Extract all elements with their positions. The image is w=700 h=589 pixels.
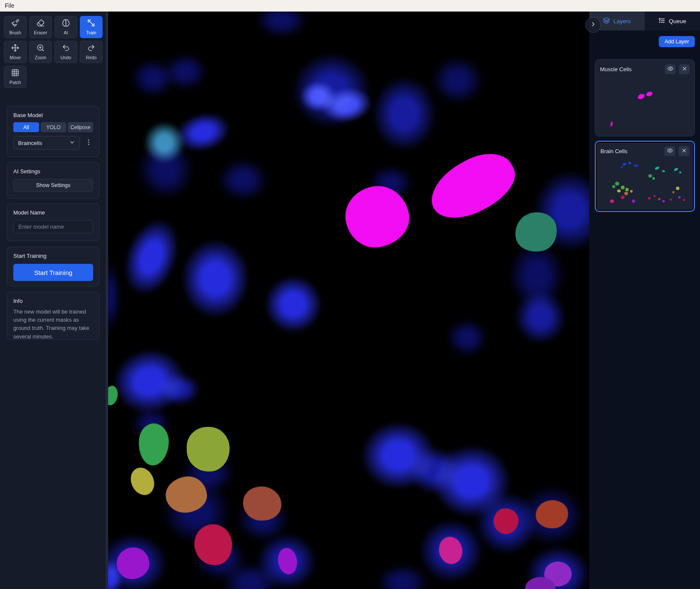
start-training-title: Start Training [13, 253, 93, 259]
layer-thumbnail [600, 159, 689, 207]
undo-icon [62, 44, 70, 54]
layers-icon [603, 17, 610, 25]
eye-icon [667, 66, 673, 73]
cell-nucleus [377, 565, 428, 589]
redo-button[interactable]: Redo [80, 41, 103, 63]
thumbnail-blob [630, 190, 633, 193]
thumbnail-blob [621, 196, 624, 199]
start-training-section: Start Training Start Training [7, 247, 100, 287]
layer-card-brain-cells[interactable]: Brain Cells [595, 141, 695, 212]
ai-settings-section: AI Settings Show Settings [7, 162, 100, 199]
thumbnail-blob [625, 188, 629, 191]
eraser-tool-button[interactable]: Eraser [29, 16, 52, 38]
tab-queue[interactable]: Queue [645, 12, 700, 30]
thumbnail-blob [637, 93, 645, 100]
thumbnail-blob [658, 198, 661, 200]
layer-title: Muscle Cells [600, 66, 661, 72]
start-training-button[interactable]: Start Training [13, 264, 93, 281]
chevron-down-icon [69, 139, 75, 147]
base-model-filter: All YOLO Cellpose [13, 122, 93, 132]
thumbnail-blob [628, 162, 631, 164]
cell-nucleus [138, 139, 194, 199]
thumbnail-blob [670, 199, 672, 201]
thumbnail-blob [676, 187, 679, 190]
brush-tool-button[interactable]: Brush [4, 16, 27, 38]
collapse-panel-button[interactable] [585, 17, 601, 33]
thumbnail-blob [683, 199, 685, 201]
undo-button[interactable]: Undo [55, 41, 77, 63]
cell-nucleus [409, 447, 460, 494]
file-menu[interactable]: File [0, 0, 19, 11]
thumbnail-blob [678, 196, 681, 199]
model-options-menu-button[interactable] [84, 137, 93, 148]
cell-nucleus [372, 76, 436, 151]
move-tool-button[interactable]: Move [4, 41, 27, 63]
thumbnail-blob [652, 177, 655, 180]
thumbnail-blob [672, 191, 674, 193]
thumbnail-blob [621, 166, 623, 169]
layer-visibility-button[interactable] [665, 64, 676, 74]
close-icon [682, 66, 688, 73]
layer-delete-button[interactable] [679, 64, 690, 74]
redo-icon [87, 44, 95, 54]
layer-thumbnail [600, 77, 690, 132]
filter-cellpose-button[interactable]: Cellpose [68, 122, 93, 132]
tool-grid: Brush Eraser AI Train Move Zoom [4, 16, 103, 88]
right-panel: Layers Queue Add Layer Muscle Cells [589, 12, 700, 589]
layer-visibility-button[interactable] [664, 146, 675, 156]
cell-nucleus [218, 159, 268, 200]
thumbnail-blob [621, 186, 624, 190]
dumbbell-icon [87, 19, 95, 29]
thumbnail-blob [679, 172, 682, 174]
move-icon [11, 44, 19, 54]
thumbnail-blob [610, 199, 614, 203]
ai-tool-button[interactable]: AI [55, 16, 77, 38]
panel-tabbar: Layers Queue [589, 12, 700, 30]
filter-all-button[interactable]: All [13, 122, 39, 132]
model-name-input[interactable] [13, 220, 93, 233]
eye-icon [667, 148, 673, 155]
app-root: File Brush Eraser AI Train Move [0, 0, 700, 589]
add-layer-button[interactable]: Add Layer [659, 36, 695, 47]
thumbnail-blob [617, 190, 621, 193]
cell-nucleus [432, 57, 483, 104]
thumbnail-blob [622, 163, 627, 166]
thumbnail-blob [624, 192, 628, 195]
image-canvas[interactable] [106, 12, 589, 589]
filter-yolo-button[interactable]: YOLO [41, 122, 66, 132]
base-model-section: Base Model All YOLO Cellpose Braincells [7, 106, 100, 157]
base-model-title: Base Model [13, 112, 93, 118]
cell-nucleus [164, 54, 207, 90]
zoom-tool-button[interactable]: Zoom [29, 41, 52, 63]
thumbnail-blob [610, 121, 613, 127]
layer-card-muscle-cells[interactable]: Muscle Cells [595, 59, 695, 136]
thumbnail-blob [648, 197, 651, 199]
segmentation-mask [127, 464, 158, 498]
close-icon [681, 148, 687, 155]
cell-nucleus [515, 290, 566, 344]
model-name-section: Model Name [7, 203, 100, 241]
cell-image [108, 12, 589, 589]
cell-nucleus [114, 211, 189, 303]
eraser-icon [36, 19, 45, 29]
layer-title: Brain Cells [600, 148, 661, 154]
train-tool-button[interactable]: Train [80, 16, 103, 38]
cell-nucleus [106, 263, 119, 331]
chevron-right-icon [590, 21, 597, 29]
layer-delete-button[interactable] [679, 146, 689, 156]
cell-nucleus [181, 239, 250, 318]
info-title: Info [13, 298, 93, 304]
thumbnail-blob [632, 199, 635, 203]
patch-tool-button[interactable]: Patch [4, 66, 27, 88]
thumbnail-blob [654, 195, 656, 197]
base-model-select[interactable]: Braincells [13, 136, 80, 150]
thumbnail-blob [633, 164, 639, 167]
model-name-title: Model Name [13, 209, 93, 216]
brain-icon [62, 19, 70, 29]
thumbnail-blob [648, 174, 652, 178]
show-settings-button[interactable]: Show Settings [13, 179, 93, 192]
ai-settings-title: AI Settings [13, 168, 93, 175]
brush-icon [11, 19, 19, 29]
thumbnail-blob [673, 167, 679, 172]
thumbnail-blob [612, 185, 615, 188]
